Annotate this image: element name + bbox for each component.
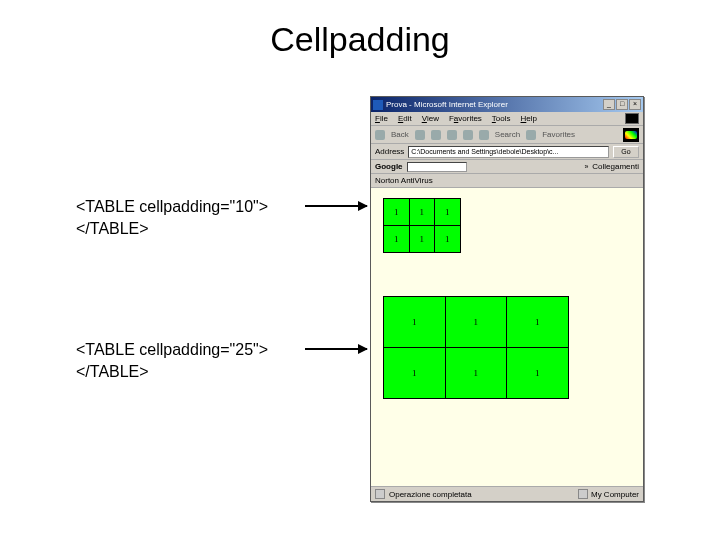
- arrow-icon: [305, 348, 367, 350]
- menu-tools[interactable]: Tools: [492, 114, 511, 123]
- window-titlebar: Prova - Microsoft Internet Explorer _ □ …: [371, 97, 643, 112]
- table-cell: 1: [435, 226, 461, 253]
- close-button[interactable]: ×: [629, 99, 641, 110]
- throbber-icon: [625, 113, 639, 124]
- maximize-button[interactable]: □: [616, 99, 628, 110]
- window-title-text: Prova - Microsoft Internet Explorer: [386, 100, 600, 109]
- home-icon[interactable]: [463, 130, 473, 140]
- menu-favorites[interactable]: Favorites: [449, 114, 482, 123]
- stop-icon[interactable]: [431, 130, 441, 140]
- table-cell: 1: [409, 226, 435, 253]
- browser-window: Prova - Microsoft Internet Explorer _ □ …: [370, 96, 644, 502]
- back-button[interactable]: Back: [391, 130, 409, 139]
- table-cell: 1: [384, 226, 410, 253]
- demo-table-cellpadding-10: 1 1 1 1 1 1: [383, 198, 461, 253]
- address-input[interactable]: C:\Documents and Settings\debole\Desktop…: [408, 146, 609, 158]
- arrow-icon: [305, 205, 367, 207]
- table-cell: 1: [445, 348, 507, 399]
- chevron-icon[interactable]: »: [584, 163, 588, 170]
- zone-label: My Computer: [591, 490, 639, 499]
- table-cell: 1: [445, 297, 507, 348]
- menu-bar: File Edit View Favorites Tools Help: [371, 112, 643, 126]
- collegamenti-label[interactable]: Collegamenti: [592, 162, 639, 171]
- code-line: </TABLE>: [76, 218, 268, 240]
- table-cell: 1: [435, 199, 461, 226]
- status-bar: Operazione completata My Computer: [371, 486, 643, 501]
- computer-icon: [578, 489, 588, 499]
- menu-edit[interactable]: Edit: [398, 114, 412, 123]
- code-line: <TABLE cellpadding="10">: [76, 196, 268, 218]
- ie-icon: [373, 100, 383, 110]
- refresh-icon[interactable]: [447, 130, 457, 140]
- norton-toolbar: Norton AntiVirus: [371, 174, 643, 188]
- table-cell: 1: [384, 348, 446, 399]
- table-cell: 1: [384, 297, 446, 348]
- back-icon[interactable]: [375, 130, 385, 140]
- toolbar: Back Search Favorites: [371, 126, 643, 144]
- code-line: <TABLE cellpadding="25">: [76, 339, 268, 361]
- go-button[interactable]: Go: [613, 146, 639, 158]
- ie-logo-icon: [623, 128, 639, 142]
- norton-label: Norton AntiVirus: [375, 176, 433, 185]
- google-toolbar: Google » Collegamenti: [371, 160, 643, 174]
- code-example-1: <TABLE cellpadding="10"> </TABLE>: [76, 196, 268, 241]
- table-cell: 1: [507, 297, 569, 348]
- status-text: Operazione completata: [389, 490, 574, 499]
- table-cell: 1: [384, 199, 410, 226]
- code-line: </TABLE>: [76, 361, 268, 383]
- status-icon: [375, 489, 385, 499]
- favorites-icon[interactable]: [526, 130, 536, 140]
- table-cell: 1: [507, 348, 569, 399]
- menu-file[interactable]: File: [375, 114, 388, 123]
- search-icon[interactable]: [479, 130, 489, 140]
- address-label: Address: [375, 147, 404, 156]
- minimize-button[interactable]: _: [603, 99, 615, 110]
- favorites-button[interactable]: Favorites: [542, 130, 575, 139]
- menu-view[interactable]: View: [422, 114, 439, 123]
- forward-icon[interactable]: [415, 130, 425, 140]
- address-bar: Address C:\Documents and Settings\debole…: [371, 144, 643, 160]
- slide-title: Cellpadding: [0, 20, 720, 59]
- table-cell: 1: [409, 199, 435, 226]
- google-logo[interactable]: Google: [375, 162, 403, 171]
- menu-help[interactable]: Help: [521, 114, 537, 123]
- google-search-input[interactable]: [407, 162, 467, 172]
- code-example-2: <TABLE cellpadding="25"> </TABLE>: [76, 339, 268, 384]
- demo-table-cellpadding-25: 1 1 1 1 1 1: [383, 296, 569, 399]
- browser-viewport: 1 1 1 1 1 1 1 1 1 1 1 1: [371, 188, 643, 494]
- search-button[interactable]: Search: [495, 130, 520, 139]
